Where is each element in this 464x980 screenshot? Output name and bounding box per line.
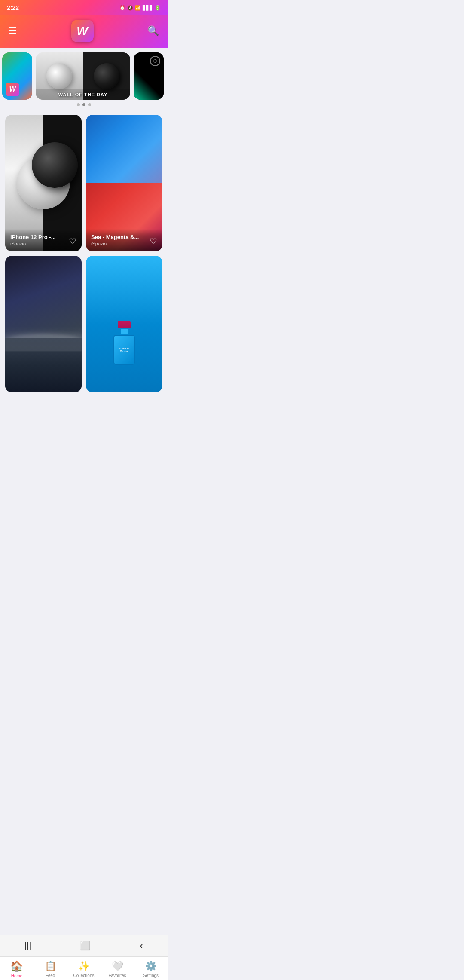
iphone-card-title: iPhone 12 Pro -... — [10, 234, 76, 240]
status-bar: 2:22 ⏰ 🔇 📶 ▋▋▋ 🔋 — [0, 0, 168, 15]
carousel-track: W WALL OF THE DAY — [0, 52, 168, 100]
carousel-right-bg — [134, 52, 164, 100]
sea-top-half — [86, 115, 162, 183]
hamburger-menu-icon[interactable]: ☰ — [9, 25, 17, 37]
bottle-neck — [120, 328, 128, 335]
carousel-dots — [0, 103, 168, 106]
wallpaper-card-vaccine[interactable]: COVID-19Vaccine — [86, 256, 162, 392]
sea-card-author: iSpazio — [91, 241, 157, 246]
carousel-item-main[interactable]: WALL OF THE DAY — [36, 52, 130, 100]
bottle-cap — [118, 321, 131, 328]
ocean-card-bg — [5, 256, 82, 392]
app-header: ☰ W 🔍 — [0, 15, 168, 48]
vaccine-card-bg: COVID-19Vaccine — [86, 256, 162, 392]
featured-carousel: W WALL OF THE DAY — [0, 48, 168, 110]
wallpaper-grid: iPhone 12 Pro -... iSpazio ♡ Sea - Magen… — [0, 110, 168, 397]
black-sphere-card — [32, 142, 78, 188]
status-time: 2:22 — [7, 4, 19, 11]
dot-1[interactable] — [77, 103, 80, 106]
logo-letter: W — [76, 24, 88, 38]
white-sphere — [46, 63, 72, 89]
vaccine-bottle: COVID-19Vaccine — [109, 283, 139, 365]
dot-3[interactable] — [88, 103, 91, 106]
black-sphere — [94, 63, 119, 89]
wallpaper-card-ocean[interactable] — [5, 256, 82, 392]
status-icons: ⏰ 🔇 📶 ▋▋▋ 🔋 — [119, 5, 161, 11]
sea-heart-button[interactable]: ♡ — [150, 236, 157, 246]
mute-icon: 🔇 — [127, 5, 133, 11]
carousel-item-left[interactable]: W — [2, 52, 32, 100]
sea-card-title: Sea - Magenta &... — [91, 234, 157, 240]
signal-icon: ▋▋▋ — [143, 5, 153, 11]
iphone-heart-button[interactable]: ♡ — [69, 236, 76, 246]
wall-of-day-text: WALL OF THE DAY — [36, 89, 130, 100]
target-icon — [150, 56, 160, 66]
wifi-icon: 📶 — [135, 5, 141, 11]
bottle-body: COVID-19Vaccine — [113, 335, 135, 365]
ocean-splash — [5, 325, 82, 351]
battery-icon: 🔋 — [155, 5, 161, 11]
bottle-label: COVID-19Vaccine — [119, 347, 129, 352]
wallpaper-card-sea[interactable]: Sea - Magenta &... iSpazio ♡ — [86, 115, 162, 251]
wallpaper-card-iphone[interactable]: iPhone 12 Pro -... iSpazio ♡ — [5, 115, 82, 251]
iphone-card-author: iSpazio — [10, 241, 76, 246]
carousel-item-right[interactable] — [134, 52, 164, 100]
w-badge: W — [6, 83, 19, 96]
search-icon[interactable]: 🔍 — [147, 25, 159, 37]
app-logo[interactable]: W — [71, 20, 94, 42]
carousel-left-inner: W — [2, 52, 32, 100]
main-content: W WALL OF THE DAY — [0, 48, 168, 448]
notification-icon: ⏰ — [119, 5, 125, 11]
dot-2[interactable] — [82, 103, 85, 106]
